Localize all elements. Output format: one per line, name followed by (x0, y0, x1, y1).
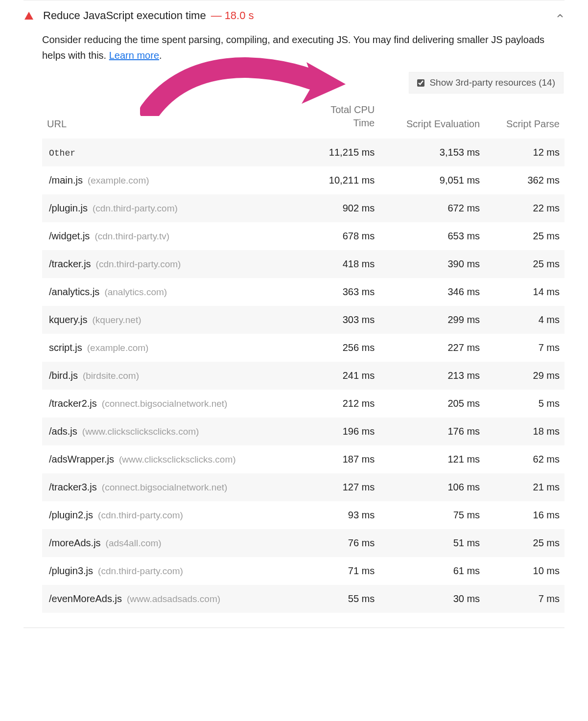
cpu-cell: 76 ms (293, 529, 379, 557)
cpu-cell: 127 ms (293, 473, 379, 501)
parse-cell: 12 ms (485, 139, 564, 166)
url-path: script.js (49, 342, 82, 353)
table-row: /tracker3.js(connect.bigsocialnetwork.ne… (42, 473, 564, 501)
url-host: (ads4all.com) (106, 538, 162, 548)
url-host: (www.clicksclicksclicks.com) (119, 454, 236, 465)
table-row: script.js(example.com)256 ms227 ms7 ms (42, 334, 564, 362)
url-host: (kquery.net) (93, 315, 141, 325)
parse-cell: 25 ms (485, 250, 564, 278)
url-host: (cdn.third-party.tv) (94, 231, 169, 241)
url-host: (connect.bigsocialnetwork.net) (102, 398, 228, 409)
url-cell[interactable]: /adsWrapper.js(www.clicksclicksclicks.co… (42, 445, 293, 473)
eval-cell: 299 ms (379, 306, 485, 334)
table-row: /widget.js(cdn.third-party.tv)678 ms653 … (42, 222, 564, 250)
cpu-cell: 241 ms (293, 362, 379, 390)
url-cell[interactable]: script.js(example.com) (42, 334, 293, 362)
url-cell[interactable]: /widget.js(cdn.third-party.tv) (42, 222, 293, 250)
table-row: /adsWrapper.js(www.clicksclicksclicks.co… (42, 445, 564, 473)
table-row: /ads.js(www.clicksclicksclicks.com)196 m… (42, 418, 564, 445)
eval-cell: 3,153 ms (379, 139, 485, 166)
eval-cell: 672 ms (379, 194, 485, 222)
table-row: /main.js(example.com)10,211 ms9,051 ms36… (42, 166, 564, 194)
chevron-up-icon[interactable] (556, 11, 564, 20)
table-row: /bird.js(birdsite.com)241 ms213 ms29 ms (42, 362, 564, 390)
url-cell[interactable]: /plugin2.js(cdn.third-party.com) (42, 501, 293, 529)
url-path: /evenMoreAds.js (49, 593, 122, 604)
url-host: (cdn.third-party.com) (93, 203, 178, 213)
url-path: /tracker3.js (49, 482, 97, 492)
url-host: (example.com) (88, 175, 149, 186)
url-other-label: Other (49, 148, 75, 158)
column-header-eval[interactable]: Script Evaluation (379, 96, 485, 139)
column-header-parse[interactable]: Script Parse (485, 96, 564, 139)
url-cell[interactable]: /plugin.js(cdn.third-party.com) (42, 194, 293, 222)
table-row: /tracker.js(cdn.third-party.com)418 ms39… (42, 250, 564, 278)
url-path: /plugin2.js (49, 510, 93, 520)
url-host: (www.adsadsads.com) (127, 594, 220, 604)
table-row: Other11,215 ms3,153 ms12 ms (42, 139, 564, 166)
third-party-label: Show 3rd-party resources (14) (429, 77, 555, 88)
audit-time: 18.0 s (225, 9, 254, 22)
url-cell[interactable]: /tracker3.js(connect.bigsocialnetwork.ne… (42, 473, 293, 501)
url-cell[interactable]: /analytics.js(analytics.com) (42, 278, 293, 306)
url-cell[interactable]: Other (42, 139, 293, 166)
url-host: (cdn.third-party.com) (98, 566, 183, 576)
eval-cell: 205 ms (379, 390, 485, 418)
cpu-cell: 11,215 ms (293, 139, 379, 166)
url-cell[interactable]: kquery.js(kquery.net) (42, 306, 293, 334)
url-cell[interactable]: /main.js(example.com) (42, 166, 293, 194)
eval-cell: 106 ms (379, 473, 485, 501)
url-host: (birdsite.com) (83, 371, 139, 381)
url-path: /tracker2.js (49, 398, 97, 409)
url-cell[interactable]: /bird.js(birdsite.com) (42, 362, 293, 390)
table-row: kquery.js(kquery.net)303 ms299 ms4 ms (42, 306, 564, 334)
parse-cell: 25 ms (485, 529, 564, 557)
third-party-toggle[interactable]: Show 3rd-party resources (14) (409, 72, 564, 93)
cpu-cell: 678 ms (293, 222, 379, 250)
table-row: /plugin2.js(cdn.third-party.com)93 ms75 … (42, 501, 564, 529)
url-host: (cdn.third-party.com) (96, 259, 181, 269)
controls-row: Show 3rd-party resources (14) (42, 72, 564, 93)
url-path: /widget.js (49, 231, 90, 241)
url-path: /moreAds.js (49, 537, 101, 548)
parse-cell: 10 ms (485, 557, 564, 585)
cpu-cell: 256 ms (293, 334, 379, 362)
eval-cell: 121 ms (379, 445, 485, 473)
parse-cell: 21 ms (485, 473, 564, 501)
cpu-cell: 212 ms (293, 390, 379, 418)
parse-cell: 16 ms (485, 501, 564, 529)
cpu-cell: 55 ms (293, 585, 379, 613)
cpu-cell: 71 ms (293, 557, 379, 585)
eval-cell: 9,051 ms (379, 166, 485, 194)
eval-cell: 213 ms (379, 362, 485, 390)
bottom-divider (24, 628, 564, 628)
parse-cell: 25 ms (485, 222, 564, 250)
cpu-cell: 418 ms (293, 250, 379, 278)
url-path: /plugin.js (49, 203, 88, 213)
third-party-checkbox[interactable] (417, 79, 424, 87)
url-cell[interactable]: /plugin3.js(cdn.third-party.com) (42, 557, 293, 585)
url-cell[interactable]: /moreAds.js(ads4all.com) (42, 529, 293, 557)
url-cell[interactable]: /tracker.js(cdn.third-party.com) (42, 250, 293, 278)
cpu-cell: 303 ms (293, 306, 379, 334)
learn-more-link[interactable]: Learn more (109, 50, 159, 61)
audit-description: Consider reducing the time spent parsing… (42, 32, 564, 72)
warning-triangle-icon (24, 12, 33, 20)
url-path: kquery.js (49, 314, 88, 325)
table-row: /evenMoreAds.js(www.adsadsads.com)55 ms3… (42, 585, 564, 613)
cpu-cell: 93 ms (293, 501, 379, 529)
url-cell[interactable]: /ads.js(www.clicksclicksclicks.com) (42, 418, 293, 445)
url-host: (example.com) (87, 343, 149, 353)
column-header-url[interactable]: URL (42, 96, 293, 139)
audit-header[interactable]: Reduce JavaScript execution time — 18.0 … (24, 0, 564, 32)
parse-cell: 7 ms (485, 334, 564, 362)
url-cell[interactable]: /evenMoreAds.js(www.adsadsads.com) (42, 585, 293, 613)
url-host: (connect.bigsocialnetwork.net) (102, 482, 228, 492)
url-path: /adsWrapper.js (49, 454, 114, 465)
column-header-cpu[interactable]: Total CPU Time (293, 96, 379, 139)
cpu-cell: 902 ms (293, 194, 379, 222)
parse-cell: 62 ms (485, 445, 564, 473)
eval-cell: 176 ms (379, 418, 485, 445)
cpu-cell: 363 ms (293, 278, 379, 306)
url-cell[interactable]: /tracker2.js(connect.bigsocialnetwork.ne… (42, 390, 293, 418)
